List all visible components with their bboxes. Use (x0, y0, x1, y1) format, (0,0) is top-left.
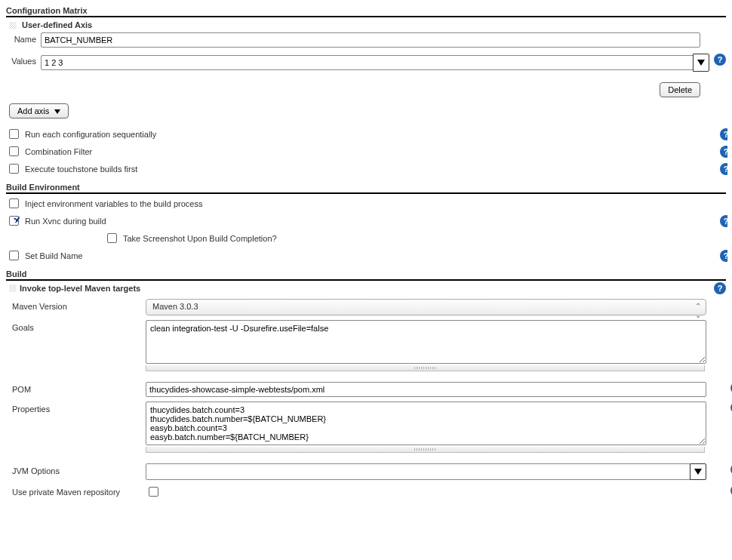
grip-icon[interactable] (9, 22, 17, 29)
axis-name-label: Name (6, 32, 41, 44)
help-icon[interactable]: ? (714, 54, 726, 66)
help-icon[interactable] (720, 215, 727, 227)
run-sequential-label: Run each configuration sequentially (25, 130, 156, 139)
properties-textarea[interactable]: thucydides.batch.count=3 thucydides.batc… (146, 402, 706, 445)
resize-handle[interactable] (146, 447, 705, 453)
touchstone-checkbox[interactable] (9, 164, 19, 174)
goals-textarea[interactable]: clean integration-test -U -Dsurefire.use… (146, 320, 706, 364)
private-repo-checkbox[interactable] (149, 487, 158, 497)
pom-label: POM (6, 382, 146, 394)
help-icon[interactable]: ? (714, 282, 726, 294)
axis-title: User-defined Axis (9, 20, 726, 29)
jvm-options-label: JVM Options (6, 463, 146, 475)
chevron-down-icon (54, 109, 60, 114)
jvm-options-dropdown-button[interactable] (690, 463, 706, 480)
goals-label: Goals (6, 320, 146, 332)
add-axis-button[interactable]: Add axis (9, 103, 69, 118)
run-sequential-checkbox[interactable] (9, 129, 19, 139)
screenshot-checkbox[interactable] (107, 233, 117, 243)
run-xvnc-label: Run Xvnc during build (25, 217, 106, 226)
chevron-down-icon (694, 469, 702, 475)
axis-values-dropdown-button[interactable] (693, 54, 709, 72)
run-xvnc-checkbox[interactable] (9, 216, 19, 226)
add-axis-label: Add axis (17, 106, 49, 115)
inject-vars-label: Inject environment variables to the buil… (25, 199, 202, 208)
help-icon[interactable] (720, 163, 727, 175)
jvm-options-input[interactable] (146, 463, 690, 480)
set-build-name-checkbox[interactable] (9, 251, 19, 260)
resize-handle[interactable] (146, 365, 705, 371)
combination-filter-checkbox[interactable] (9, 146, 19, 156)
maven-version-select[interactable]: Maven 3.0.3 ⌃⌄ (146, 299, 706, 315)
axis-name-input[interactable] (41, 32, 700, 48)
help-icon[interactable] (720, 250, 727, 262)
axis-title-text: User-defined Axis (22, 20, 92, 29)
select-chevron-icon: ⌃⌄ (695, 302, 701, 320)
section-heading-config-matrix: Configuration Matrix (6, 6, 726, 17)
maven-version-label: Maven Version (6, 299, 146, 311)
delete-axis-button[interactable]: Delete (660, 82, 700, 97)
chevron-down-icon (697, 60, 705, 66)
properties-label: Properties (6, 402, 146, 414)
section-heading-build-env: Build Environment (6, 183, 726, 194)
pom-input[interactable] (146, 382, 706, 397)
screenshot-label: Take Screenshot Upon Build Completion? (123, 234, 277, 243)
axis-values-input[interactable] (41, 55, 694, 70)
set-build-name-label: Set Build Name (25, 251, 82, 260)
axis-values-label: Values (6, 54, 41, 66)
maven-version-value: Maven 3.0.3 (152, 302, 198, 311)
touchstone-label: Execute touchstone builds first (25, 165, 137, 174)
section-heading-build: Build (6, 269, 726, 281)
combination-filter-label: Combination Filter (25, 147, 92, 156)
help-icon[interactable] (720, 128, 727, 140)
help-icon[interactable] (720, 146, 727, 158)
maven-step-title: Invoke top-level Maven targets (20, 284, 140, 293)
inject-vars-checkbox[interactable] (9, 198, 19, 208)
grip-icon[interactable] (9, 285, 17, 292)
private-repo-label: Use private Maven repository (6, 488, 146, 497)
